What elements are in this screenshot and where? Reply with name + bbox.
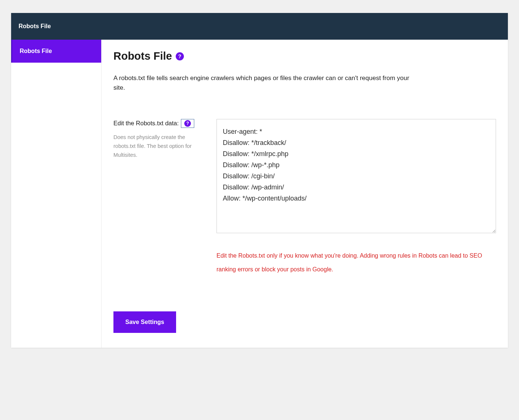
sidebar: Robots File bbox=[11, 40, 102, 348]
form-row: Edit the Robots.txt data: ? Does not phy… bbox=[113, 119, 496, 277]
panel-header-title: Robots File bbox=[19, 23, 51, 29]
panel-header: Robots File bbox=[11, 13, 508, 40]
form-label: Edit the Robots.txt data: bbox=[113, 120, 179, 127]
warning-text: Edit the Robots.txt only if you know wha… bbox=[216, 249, 496, 277]
form-label-column: Edit the Robots.txt data: ? Does not phy… bbox=[113, 119, 205, 277]
sidebar-item-robots-file[interactable]: Robots File bbox=[11, 40, 101, 63]
panel-container: Robots File Robots File Robots File ? A … bbox=[11, 13, 508, 348]
page-title-row: Robots File ? bbox=[113, 50, 496, 62]
form-input-column: Edit the Robots.txt only if you know wha… bbox=[216, 119, 496, 277]
page-description: A robots.txt file tells search engine cr… bbox=[113, 73, 417, 93]
help-icon: ? bbox=[184, 120, 191, 127]
panel-body: Robots File Robots File ? A robots.txt f… bbox=[11, 40, 508, 348]
help-icon[interactable]: ? bbox=[176, 52, 184, 60]
form-label-description: Does not physically create the robots.tx… bbox=[113, 133, 205, 160]
help-icon-boxed[interactable]: ? bbox=[181, 119, 194, 128]
sidebar-item-label: Robots File bbox=[20, 48, 52, 54]
save-settings-button[interactable]: Save Settings bbox=[113, 311, 176, 333]
page-title: Robots File bbox=[113, 50, 172, 62]
robots-textarea[interactable] bbox=[216, 119, 496, 233]
form-label-row: Edit the Robots.txt data: ? bbox=[113, 119, 205, 128]
main-content: Robots File ? A robots.txt file tells se… bbox=[102, 40, 508, 348]
